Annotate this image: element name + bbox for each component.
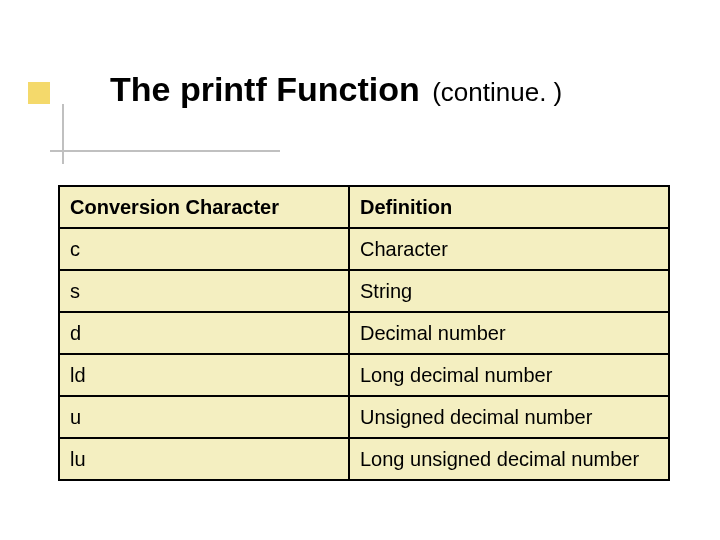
cell-def: String [349, 270, 669, 312]
table-row: c Character [59, 228, 669, 270]
slide: The printf Function (continue. ) Convers… [0, 0, 720, 540]
cell-char: lu [59, 438, 349, 480]
title-continue: (continue. ) [432, 77, 562, 107]
cell-char: c [59, 228, 349, 270]
cell-char: d [59, 312, 349, 354]
header-definition: Definition [349, 186, 669, 228]
cell-def: Decimal number [349, 312, 669, 354]
title-prefix: The [110, 70, 180, 108]
conversion-table: Conversion Character Definition c Charac… [58, 185, 670, 481]
table-row: d Decimal number [59, 312, 669, 354]
accent-box [28, 82, 50, 104]
accent-vline [62, 104, 64, 164]
cell-def: Long decimal number [349, 354, 669, 396]
title-emphasis: printf [180, 70, 267, 108]
cell-char: s [59, 270, 349, 312]
table-row: u Unsigned decimal number [59, 396, 669, 438]
table-row: s String [59, 270, 669, 312]
title-suffix: Function [267, 70, 420, 108]
table-header-row: Conversion Character Definition [59, 186, 669, 228]
cell-def: Long unsigned decimal number [349, 438, 669, 480]
table-row: ld Long decimal number [59, 354, 669, 396]
cell-def: Character [349, 228, 669, 270]
accent-hline [50, 150, 280, 152]
cell-char: u [59, 396, 349, 438]
header-conversion-character: Conversion Character [59, 186, 349, 228]
table-row: lu Long unsigned decimal number [59, 438, 669, 480]
cell-char: ld [59, 354, 349, 396]
slide-title: The printf Function (continue. ) [110, 70, 690, 109]
cell-def: Unsigned decimal number [349, 396, 669, 438]
